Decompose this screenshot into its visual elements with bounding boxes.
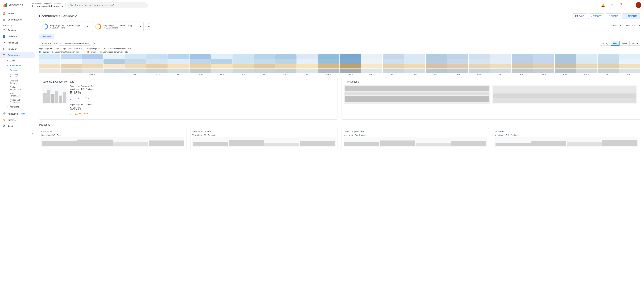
heatmap-cell[interactable] (469, 54, 490, 59)
heatmap-cell[interactable] (39, 69, 60, 73)
segment-card-1[interactable]: Vegetology - DC - Product Page Optim... … (39, 21, 90, 32)
heatmap-cell[interactable] (533, 69, 554, 73)
sidebar-item-realtime[interactable]: ⏱ Realtime (0, 27, 35, 33)
heatmap-cell[interactable] (125, 59, 146, 64)
heatmap-cell[interactable] (146, 59, 168, 64)
heatmap-cell[interactable] (619, 64, 640, 68)
heatmap-cell[interactable] (60, 69, 82, 73)
heatmap-cell[interactable] (60, 64, 82, 68)
heatmap-cell[interactable] (512, 54, 533, 59)
heatmap-cell[interactable] (512, 69, 533, 73)
heatmap-cell[interactable] (404, 54, 425, 59)
heatmap-cell[interactable] (104, 64, 125, 68)
sidebar-item-overview[interactable]: Overview (10, 68, 35, 72)
heatmap-cell[interactable] (533, 59, 554, 64)
sidebar-item-shopping-behavior[interactable]: ShoppingBehavior (10, 72, 35, 79)
heatmap-cell[interactable] (60, 59, 82, 64)
time-btn-hourly[interactable]: Hourly (600, 41, 611, 46)
heatmap-cell[interactable] (361, 69, 382, 73)
tab-overview[interactable]: Overview (39, 34, 54, 39)
heatmap-cell[interactable] (39, 54, 60, 59)
heatmap-cell[interactable] (276, 64, 296, 68)
heatmap-cell[interactable] (211, 69, 232, 73)
heatmap-cell[interactable] (619, 69, 640, 73)
heatmap-cell[interactable] (125, 69, 146, 73)
heatmap-cell[interactable] (598, 59, 619, 64)
heatmap-cell[interactable] (340, 64, 361, 68)
heatmap-cell[interactable] (254, 54, 275, 59)
heatmap-cell[interactable] (340, 54, 361, 59)
heatmap-cell[interactable] (297, 54, 318, 59)
heatmap-cell[interactable] (576, 64, 597, 68)
heatmap-cell[interactable] (426, 54, 447, 59)
heatmap-cell[interactable] (490, 59, 511, 64)
heatmap-cell[interactable] (576, 59, 597, 64)
heatmap-cell[interactable] (211, 59, 232, 64)
heatmap-cell[interactable] (554, 54, 576, 59)
heatmap-cell[interactable] (383, 59, 404, 64)
more-options-icon[interactable]: ⋮ (627, 2, 633, 8)
date-range-display[interactable]: Feb 13, 2023 - Mar 12, 2023 ▾ (612, 24, 640, 29)
heatmap-cell[interactable] (340, 59, 361, 64)
heatmap-cell[interactable] (404, 69, 425, 73)
heatmap-cell[interactable] (190, 54, 211, 59)
heatmap-cell[interactable] (168, 69, 189, 73)
sidebar-item-product-performance[interactable]: ProductPerformance (10, 85, 35, 91)
heatmap-cell[interactable] (554, 64, 576, 68)
heatmap-cell[interactable] (232, 69, 254, 73)
heatmap-cell[interactable] (190, 64, 211, 68)
export-button[interactable]: ↑ EXPORT (588, 13, 604, 19)
heatmap-cell[interactable] (426, 69, 447, 73)
heatmap-cell[interactable] (619, 54, 640, 59)
help-icon[interactable]: ❓ (618, 2, 624, 8)
time-btn-month[interactable]: Month (630, 41, 640, 46)
heatmap-cell[interactable] (447, 69, 468, 73)
share-button[interactable]: ↗ SHARE (606, 13, 621, 19)
heatmap-cell[interactable] (447, 64, 468, 68)
sidebar-item-attribution[interactable]: 🔗 Attribution BETA (0, 111, 35, 117)
heatmap-cell[interactable] (254, 69, 275, 73)
heatmap-cell[interactable] (598, 54, 619, 59)
notifications-icon[interactable]: 🔔 (600, 2, 606, 8)
heatmap-cell[interactable] (490, 54, 511, 59)
heatmap-cell[interactable] (104, 54, 125, 59)
heatmap-cell[interactable] (340, 69, 361, 73)
heatmap-cell[interactable] (82, 59, 103, 64)
heatmap-cell[interactable] (125, 64, 146, 68)
account-name[interactable]: 01 - Vegetology Roll-up pro... ▾ (32, 4, 64, 7)
heatmap-cell[interactable] (232, 59, 254, 64)
heatmap-cell[interactable] (125, 54, 146, 59)
heatmap-cell[interactable] (619, 59, 640, 64)
heatmap-cell[interactable] (533, 64, 554, 68)
heatmap-cell[interactable] (576, 69, 597, 73)
sidebar-item-sales-performance[interactable]: SalesPerformance (10, 91, 35, 98)
heatmap-cell[interactable] (404, 64, 425, 68)
heatmap-cell[interactable] (60, 54, 82, 59)
sidebar-item-admin[interactable]: ⚙ Admin (0, 123, 35, 129)
heatmap-cell[interactable] (447, 54, 468, 59)
heatmap-cell[interactable] (276, 69, 296, 73)
heatmap-cell[interactable] (533, 54, 554, 59)
search-bar[interactable]: 🔍 (68, 2, 148, 8)
remove-filter-icon[interactable]: ✕ (93, 42, 95, 45)
heatmap-cell[interactable] (361, 59, 382, 64)
heatmap-cell[interactable] (318, 64, 340, 68)
metric2-select[interactable]: Ecommerce Conversion Rate ▾ (59, 41, 91, 46)
heatmap-cell[interactable] (383, 64, 404, 68)
sidebar-item-conversions[interactable]: 🚩 Conversions (0, 52, 35, 58)
heatmap-cell[interactable] (232, 54, 254, 59)
heatmap-cell[interactable] (276, 54, 296, 59)
heatmap-cell[interactable] (361, 54, 382, 59)
heatmap-cell[interactable] (554, 59, 576, 64)
heatmap-cell[interactable] (82, 64, 103, 68)
heatmap-cell[interactable] (168, 59, 189, 64)
heatmap-cell[interactable] (254, 64, 275, 68)
heatmap-cell[interactable] (39, 64, 60, 68)
heatmap-cell[interactable] (211, 64, 232, 68)
avatar[interactable]: U (636, 2, 642, 8)
heatmap-cell[interactable] (39, 59, 60, 64)
heatmap-cell[interactable] (297, 59, 318, 64)
sidebar-collapse-button[interactable]: ‹ (0, 131, 35, 136)
heatmap-cell[interactable] (297, 64, 318, 68)
heatmap-cell[interactable] (469, 59, 490, 64)
